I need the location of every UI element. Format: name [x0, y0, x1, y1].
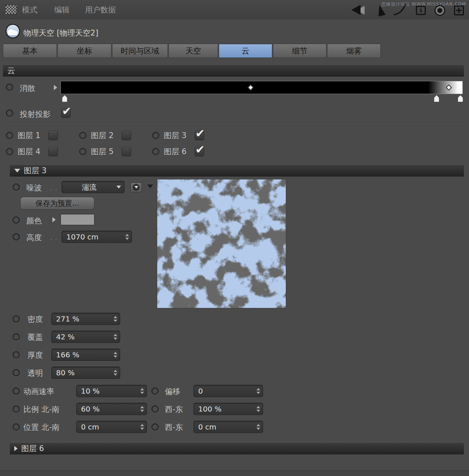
- height-field[interactable]: 1070 cm: [62, 231, 132, 243]
- layer5-keyframe-dot[interactable]: [79, 148, 86, 155]
- pos-we-value: 0 cm: [194, 423, 255, 431]
- divider: [3, 126, 464, 127]
- scale-we-value: 100 %: [194, 405, 255, 413]
- section-layer3[interactable]: 图层 3: [10, 164, 464, 176]
- menu-userdata[interactable]: 用户数据: [85, 5, 116, 15]
- coverage-label: 覆盖: [27, 332, 43, 342]
- transparency-keyframe-dot[interactable]: [12, 369, 20, 376]
- save-preset-button[interactable]: 保存为预置...: [20, 197, 95, 210]
- tab-fog[interactable]: 烟雾: [327, 44, 381, 58]
- offset-keyframe-dot[interactable]: [151, 387, 159, 395]
- layer6-row: 图层 6 ✔: [152, 147, 204, 156]
- tab-basic[interactable]: 基本: [3, 44, 57, 58]
- density-label: 密度: [27, 314, 43, 324]
- pos-we-stepper[interactable]: [255, 424, 263, 430]
- density-value: 271 %: [52, 315, 112, 323]
- gradient-handle-left[interactable]: [62, 95, 67, 102]
- layer4-keyframe-dot[interactable]: [6, 148, 13, 155]
- pos-we-field[interactable]: 0 cm: [193, 421, 263, 433]
- coverage-keyframe-dot[interactable]: [12, 333, 20, 341]
- thickness-field[interactable]: 166 %: [51, 349, 120, 361]
- check-icon: ✔: [195, 127, 205, 140]
- pos-ns-field[interactable]: 0 cm: [76, 421, 147, 433]
- pos-ns-keyframe-dot[interactable]: [12, 423, 20, 431]
- layer1-checkbox[interactable]: [48, 131, 58, 140]
- layer1-row: 图层 1: [6, 131, 58, 140]
- back-arrow-icon[interactable]: [351, 5, 368, 16]
- page-title: 物理天空 [物理天空2]: [23, 28, 98, 38]
- gradient-handle-middle[interactable]: [434, 95, 439, 102]
- dissipation-gradient-bar[interactable]: [60, 81, 463, 94]
- expand-arrow-icon[interactable]: [14, 446, 18, 451]
- scale-ns-field[interactable]: 60 %: [76, 403, 147, 415]
- layer4-row: 图层 4: [6, 147, 58, 156]
- tab-time[interactable]: 时间与区域: [112, 44, 168, 58]
- layer6-checkbox[interactable]: ✔: [195, 147, 204, 156]
- coverage-stepper[interactable]: [112, 334, 120, 340]
- gradient-handle-right[interactable]: [458, 95, 463, 102]
- anim-speed-keyframe-dot[interactable]: [12, 387, 20, 395]
- thickness-stepper[interactable]: [112, 352, 120, 358]
- section-layer6[interactable]: 图层 6: [10, 442, 464, 454]
- section-clouds-title: 云: [7, 66, 15, 76]
- thickness-value: 166 %: [52, 350, 112, 359]
- noise-preset-button[interactable]: [130, 182, 142, 192]
- section-clouds[interactable]: 云: [3, 64, 464, 77]
- cast-shadow-checkbox[interactable]: ✔: [61, 108, 71, 118]
- scale-we-field[interactable]: 100 %: [193, 403, 263, 415]
- color-keyframe-dot[interactable]: [12, 216, 20, 224]
- menu-edit[interactable]: 编辑: [54, 5, 70, 15]
- footer-strip: [0, 470, 469, 476]
- collapse-arrow-icon[interactable]: [14, 169, 20, 172]
- noise-label: 噪波: [26, 183, 42, 193]
- scale-we-keyframe-dot[interactable]: [151, 405, 159, 413]
- tab-coords[interactable]: 坐标: [58, 44, 111, 58]
- layer2-keyframe-dot[interactable]: [79, 132, 86, 139]
- tab-sky[interactable]: 天空: [169, 44, 218, 58]
- noise-type-dropdown[interactable]: 湍流: [62, 181, 125, 193]
- transparency-field[interactable]: 80 %: [51, 367, 120, 379]
- layer4-checkbox[interactable]: [48, 147, 58, 156]
- layer2-row: 图层 2: [79, 131, 131, 140]
- gradient-mid-knot-icon[interactable]: [248, 85, 254, 91]
- transparency-stepper[interactable]: [112, 370, 120, 376]
- pos-we-keyframe-dot[interactable]: [151, 423, 159, 431]
- density-keyframe-dot[interactable]: [12, 315, 20, 323]
- height-stepper[interactable]: [124, 234, 132, 240]
- offset-stepper[interactable]: [255, 388, 263, 394]
- layer6-keyframe-dot[interactable]: [152, 148, 159, 155]
- noise-options-arrow-icon[interactable]: [147, 185, 153, 188]
- tab-clouds[interactable]: 云: [219, 44, 272, 58]
- density-stepper[interactable]: [112, 316, 120, 322]
- height-keyframe-dot[interactable]: [12, 233, 20, 241]
- cast-shadow-keyframe-dot[interactable]: [6, 109, 13, 117]
- layer3-keyframe-dot[interactable]: [152, 132, 159, 139]
- scale-ns-keyframe-dot[interactable]: [12, 405, 20, 413]
- color-swatch[interactable]: [60, 214, 95, 225]
- dissipation-expander-icon[interactable]: [54, 85, 57, 90]
- anim-speed-field[interactable]: 10 %: [76, 385, 147, 397]
- density-field[interactable]: 271 %: [51, 313, 120, 325]
- scale-we-label: 西-东: [165, 404, 183, 414]
- pos-ns-stepper[interactable]: [139, 424, 147, 430]
- layer2-checkbox[interactable]: [122, 131, 131, 140]
- noise-keyframe-dot[interactable]: [12, 183, 20, 191]
- thickness-keyframe-dot[interactable]: [12, 351, 20, 358]
- dissipation-keyframe-dot[interactable]: [6, 83, 13, 91]
- menu-mode[interactable]: 模式: [22, 5, 37, 15]
- anim-speed-stepper[interactable]: [139, 388, 147, 394]
- offset-field[interactable]: 0: [193, 385, 263, 397]
- menu-grid-icon[interactable]: [5, 5, 17, 14]
- coverage-field[interactable]: 42 %: [51, 331, 120, 343]
- check-icon: ✔: [62, 104, 71, 118]
- offset-label: 偏移: [165, 386, 180, 397]
- scale-we-stepper[interactable]: [255, 406, 263, 412]
- color-expander-icon[interactable]: [52, 217, 56, 222]
- layer3-checkbox[interactable]: ✔: [195, 131, 204, 140]
- gradient-right-knot-icon[interactable]: [446, 85, 452, 91]
- layer1-keyframe-dot[interactable]: [6, 132, 13, 139]
- lock-number: 1: [419, 8, 422, 13]
- tab-details[interactable]: 细节: [273, 44, 326, 58]
- scale-ns-stepper[interactable]: [139, 406, 147, 412]
- layer5-checkbox[interactable]: [122, 147, 131, 156]
